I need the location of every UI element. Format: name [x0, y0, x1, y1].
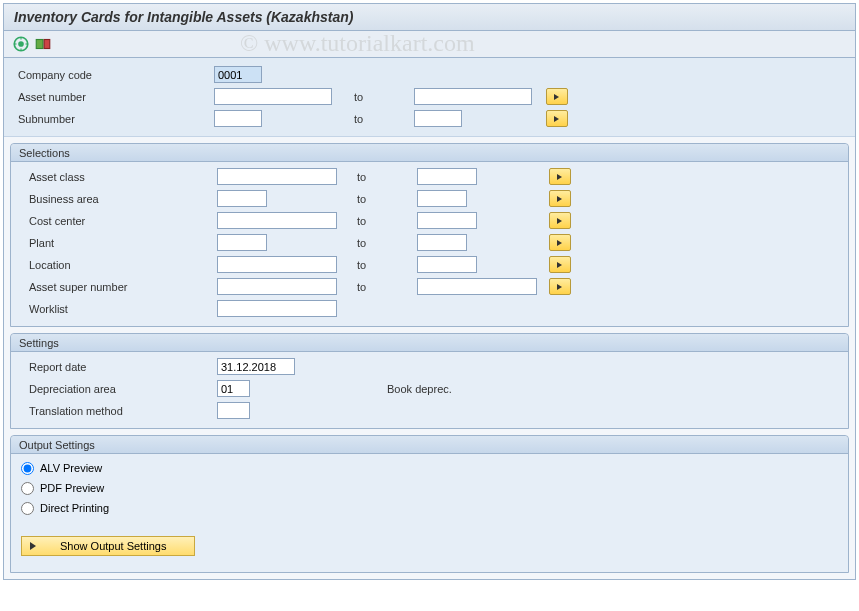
selections-group: Selections Asset class to Business area … — [10, 143, 849, 327]
trans-method-label: Translation method — [17, 405, 217, 417]
show-output-label: Show Output Settings — [60, 540, 166, 552]
cost-center-from-input[interactable] — [217, 212, 337, 229]
to-label: to — [354, 91, 414, 103]
worklist-from-input[interactable] — [217, 300, 337, 317]
pdf-preview-label: PDF Preview — [40, 482, 104, 494]
business-area-multi-button[interactable] — [549, 190, 571, 207]
company-code-input[interactable] — [214, 66, 262, 83]
pdf-preview-radio[interactable] — [21, 482, 34, 495]
asset-class-to-input[interactable] — [417, 168, 477, 185]
asset-class-from-input[interactable] — [217, 168, 337, 185]
location-multi-button[interactable] — [549, 256, 571, 273]
execute-icon[interactable] — [12, 35, 30, 53]
to-label: to — [354, 113, 414, 125]
business-area-label: Business area — [17, 193, 217, 205]
direct-printing-label: Direct Printing — [40, 502, 109, 514]
asset-number-multi-button[interactable] — [546, 88, 568, 105]
alv-preview-label: ALV Preview — [40, 462, 102, 474]
report-date-input[interactable] — [217, 358, 295, 375]
show-output-settings-button[interactable]: Show Output Settings — [21, 536, 195, 556]
svg-point-1 — [18, 41, 24, 47]
main-window: Inventory Cards for Intangible Assets (K… — [3, 3, 856, 580]
variant-icon[interactable] — [34, 35, 52, 53]
to-label: to — [357, 171, 417, 183]
location-label: Location — [17, 259, 217, 271]
location-from-input[interactable] — [217, 256, 337, 273]
content-area: Company code Asset number to Subnumber t… — [4, 58, 855, 573]
asset-number-label: Asset number — [14, 91, 214, 103]
plant-to-input[interactable] — [417, 234, 467, 251]
svg-rect-6 — [36, 40, 43, 49]
depr-area-input[interactable] — [217, 380, 250, 397]
plant-multi-button[interactable] — [549, 234, 571, 251]
to-label: to — [357, 237, 417, 249]
page-title: Inventory Cards for Intangible Assets (K… — [4, 4, 855, 31]
direct-printing-radio[interactable] — [21, 502, 34, 515]
location-to-input[interactable] — [417, 256, 477, 273]
to-label: to — [357, 259, 417, 271]
trans-method-input[interactable] — [217, 402, 250, 419]
subnumber-to-input[interactable] — [414, 110, 462, 127]
to-label: to — [357, 193, 417, 205]
settings-group: Settings Report date Depreciation area B… — [10, 333, 849, 429]
top-section: Company code Asset number to Subnumber t… — [4, 58, 855, 137]
depr-area-text: Book deprec. — [357, 383, 452, 395]
to-label: to — [357, 215, 417, 227]
selections-title: Selections — [11, 144, 848, 162]
toolbar — [4, 31, 855, 58]
plant-label: Plant — [17, 237, 217, 249]
asset-number-to-input[interactable] — [414, 88, 532, 105]
asset-number-from-input[interactable] — [214, 88, 332, 105]
asset-super-number-label: Asset super number — [17, 281, 217, 293]
asset-super-number-from-input[interactable] — [217, 278, 337, 295]
alv-preview-radio[interactable] — [21, 462, 34, 475]
triangle-right-icon — [30, 542, 36, 550]
report-date-label: Report date — [17, 361, 217, 373]
plant-from-input[interactable] — [217, 234, 267, 251]
worklist-label: Worklist — [17, 303, 217, 315]
company-code-label: Company code — [14, 69, 214, 81]
cost-center-label: Cost center — [17, 215, 217, 227]
svg-rect-7 — [44, 40, 50, 49]
output-group: Output Settings ALV Preview PDF Preview … — [10, 435, 849, 573]
subnumber-from-input[interactable] — [214, 110, 262, 127]
asset-class-multi-button[interactable] — [549, 168, 571, 185]
asset-super-number-multi-button[interactable] — [549, 278, 571, 295]
business-area-to-input[interactable] — [417, 190, 467, 207]
settings-title: Settings — [11, 334, 848, 352]
depr-area-label: Depreciation area — [17, 383, 217, 395]
business-area-from-input[interactable] — [217, 190, 267, 207]
subnumber-label: Subnumber — [14, 113, 214, 125]
cost-center-multi-button[interactable] — [549, 212, 571, 229]
to-label: to — [357, 281, 417, 293]
asset-super-number-to-input[interactable] — [417, 278, 537, 295]
subnumber-multi-button[interactable] — [546, 110, 568, 127]
output-title: Output Settings — [11, 436, 848, 454]
asset-class-label: Asset class — [17, 171, 217, 183]
cost-center-to-input[interactable] — [417, 212, 477, 229]
